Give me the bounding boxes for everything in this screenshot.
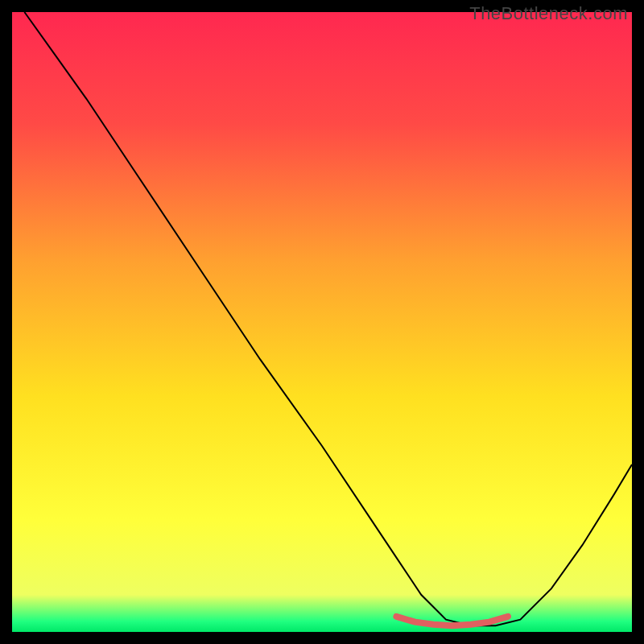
chart-background-gradient [12, 12, 632, 632]
bottleneck-chart [0, 0, 644, 644]
watermark-text: TheBottleneck.com [469, 3, 628, 24]
